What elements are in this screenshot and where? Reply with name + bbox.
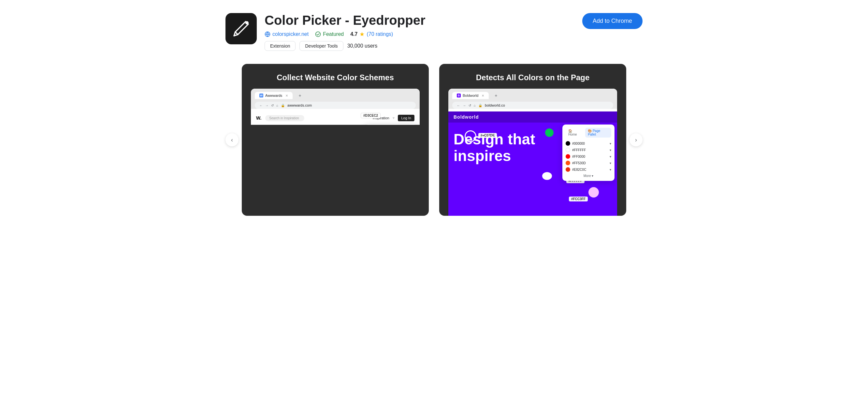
browser-new-tab-1[interactable]: + bbox=[294, 91, 306, 100]
panel-expand-5[interactable]: ▾ bbox=[610, 168, 611, 172]
prev-icon: ‹ bbox=[231, 136, 233, 144]
app-info: Color Picker - Eyedropper colorspicker.n… bbox=[265, 13, 425, 51]
url-text-1: awwwards.com bbox=[287, 103, 411, 107]
panel-expand-3[interactable]: ▾ bbox=[610, 155, 611, 158]
tag-extension[interactable]: Extension bbox=[265, 41, 296, 51]
panel-swatch-white bbox=[566, 148, 570, 152]
browser-tab-active-2: B Boldworld ✕ bbox=[452, 92, 489, 99]
panel-expand-1[interactable]: ▾ bbox=[610, 142, 611, 145]
tab-close-1[interactable]: ✕ bbox=[285, 94, 288, 97]
colors-panel: 🏠 Home 🎨 Page Pallet #000000 ▾ #FFFFFF bbox=[562, 124, 615, 181]
tab-bar-1: W Awwwards ✕ + bbox=[255, 91, 416, 100]
screenshots-section: Collect Website Color Schemes W Awwwards… bbox=[242, 64, 626, 216]
tab-label-2: Boldworld bbox=[463, 94, 478, 97]
screenshot-title-2: Detects All Colors on the Page bbox=[448, 73, 617, 82]
tab-close-2[interactable]: ✕ bbox=[482, 94, 484, 97]
color-label-fcc3ff: #FCC3FF bbox=[569, 196, 588, 202]
panel-color-row-2: #FFFFFF ▾ bbox=[566, 147, 611, 153]
panel-swatch-red bbox=[566, 154, 570, 159]
header-left: Color Picker - Eyedropper colorspicker.n… bbox=[225, 13, 425, 51]
url-text-2: boldworld.co bbox=[485, 103, 609, 107]
meta-row: colorspicker.net Featured 4.7 ★ bbox=[265, 31, 425, 38]
rating-count[interactable]: (70 ratings) bbox=[367, 31, 393, 37]
tab-label-1: Awwwards bbox=[265, 94, 282, 97]
svg-point-0 bbox=[245, 21, 249, 25]
boldworld-logo: Boldworld bbox=[454, 114, 478, 120]
screenshot-card-2: Detects All Colors on the Page B Boldwor… bbox=[439, 64, 626, 216]
screenshots-wrapper: ‹ Collect Website Color Schemes W Awwwar… bbox=[225, 64, 643, 216]
tab-bar-2: B Boldworld ✕ + bbox=[452, 91, 613, 100]
more-label: More bbox=[584, 174, 591, 178]
boldworld-header: Boldworld bbox=[448, 112, 617, 123]
tag-developer-tools[interactable]: Developer Tools bbox=[300, 41, 343, 51]
rating-section: 4.7 ★ (70 ratings) bbox=[350, 31, 393, 38]
add-to-chrome-button[interactable]: Add to Chrome bbox=[582, 13, 643, 29]
browser-mockup-1: W Awwwards ✕ + ← → ↺ ⌂ bbox=[251, 89, 420, 125]
rating-number: 4.7 bbox=[350, 31, 358, 37]
panel-hex-2: #FFFFFF bbox=[572, 148, 608, 152]
star-icon: ★ bbox=[360, 31, 365, 38]
header-section: Color Picker - Eyedropper colorspicker.n… bbox=[225, 13, 643, 51]
tags-row: Extension Developer Tools 30,000 users bbox=[265, 41, 425, 51]
next-screenshot-button[interactable]: › bbox=[629, 133, 643, 146]
panel-expand-4[interactable]: ▾ bbox=[610, 161, 611, 165]
color-label-d3cec2: #D3CEC2 bbox=[361, 113, 380, 118]
screenshot-title-1: Collect Website Color Schemes bbox=[251, 73, 420, 82]
browser-mockup-2: B Boldworld ✕ + ← → ↺ ⌂ bbox=[448, 89, 617, 216]
hero-text: Design thatinspires bbox=[454, 131, 535, 164]
browser-tab-active-1: W Awwwards ✕ bbox=[255, 92, 292, 99]
website-link[interactable]: colorspicker.net bbox=[265, 31, 309, 37]
nav-log-in[interactable]: Log In bbox=[398, 115, 414, 121]
app-title: Color Picker - Eyedropper bbox=[265, 13, 425, 27]
featured-badge: Featured bbox=[315, 31, 344, 37]
screenshot-card-1: Collect Website Color Schemes W Awwwards… bbox=[242, 64, 429, 216]
favicon-2: B bbox=[457, 94, 461, 97]
browser-chrome-2: B Boldworld ✕ + ← → ↺ ⌂ bbox=[448, 89, 617, 109]
favicon-1: W bbox=[259, 94, 263, 97]
browser-new-tab-2[interactable]: + bbox=[490, 91, 502, 100]
panel-swatch-orange bbox=[566, 161, 570, 165]
panel-hex-4: #FF530D bbox=[572, 161, 608, 165]
address-bar-2[interactable]: ← → ↺ ⌂ 🔒 boldworld.co bbox=[452, 102, 613, 109]
awwwards-search[interactable]: Search in Inspiration bbox=[265, 115, 304, 121]
website-link-text: colorspicker.net bbox=[272, 31, 309, 37]
panel-hex-1: #000000 bbox=[572, 142, 608, 145]
green-dot bbox=[545, 128, 554, 137]
panel-tabs: 🏠 Home 🎨 Page Pallet bbox=[566, 128, 611, 138]
color-picker-popup: 🏠 Home 🎨 Page Pallet HEX: #FF0000 bbox=[365, 124, 417, 125]
pink-dot bbox=[588, 187, 599, 197]
browser-content-2: Boldworld #4C07DE Design thatinspires #F… bbox=[448, 112, 617, 216]
panel-more[interactable]: More ▾ bbox=[566, 174, 611, 178]
featured-label: Featured bbox=[323, 31, 344, 37]
panel-color-row-4: #FF530D ▾ bbox=[566, 160, 611, 166]
panel-tab-pallet[interactable]: 🎨 Page Pallet bbox=[585, 128, 611, 138]
next-icon: › bbox=[635, 136, 637, 144]
panel-color-row-5: #E82C0C ▾ bbox=[566, 166, 611, 173]
panel-hex-3: #FF0000 bbox=[572, 155, 608, 158]
browser-content-1: W. Search in Inspiration Inspiration ▼ L… bbox=[251, 112, 420, 125]
awwwards-logo: W. bbox=[256, 115, 261, 121]
svg-point-2 bbox=[316, 32, 320, 37]
app-icon bbox=[225, 13, 257, 44]
white-blob bbox=[542, 172, 552, 180]
address-bar-1[interactable]: ← → ↺ ⌂ 🔒 awwwards.com bbox=[255, 102, 416, 109]
panel-expand-2[interactable]: ▾ bbox=[610, 148, 611, 152]
browser-chrome-1: W Awwwards ✕ + ← → ↺ ⌂ bbox=[251, 89, 420, 109]
panel-color-row-1: #000000 ▾ bbox=[566, 140, 611, 147]
awwwards-header: W. Search in Inspiration Inspiration ▼ L… bbox=[251, 112, 420, 125]
panel-tab-home[interactable]: 🏠 Home bbox=[566, 128, 584, 138]
panel-hex-5: #E82C0C bbox=[572, 168, 608, 172]
prev-screenshot-button[interactable]: ‹ bbox=[225, 133, 239, 146]
panel-swatch-red2 bbox=[566, 167, 570, 172]
panel-swatch-black bbox=[566, 141, 570, 146]
panel-color-row-3: #FF0000 ▾ bbox=[566, 153, 611, 160]
users-count: 30,000 users bbox=[347, 43, 378, 49]
